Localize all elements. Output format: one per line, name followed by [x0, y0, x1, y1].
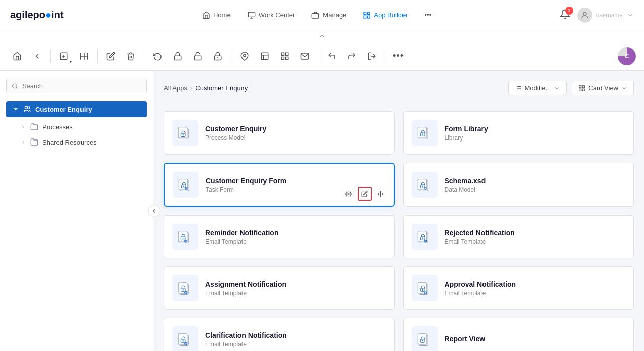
card-customer-enquiry-form[interactable]: Customer Enquiry Form Task Form — [164, 163, 395, 207]
card-assignment-notification[interactable]: Assignment Notification Email Template — [164, 266, 395, 310]
toolbar-edit-button[interactable] — [102, 47, 120, 65]
card-icon — [412, 224, 438, 250]
toolbar-back-button[interactable] — [28, 47, 46, 65]
nav-appbuilder[interactable]: App Builder — [356, 7, 415, 23]
toolbar-signout-button[interactable] — [363, 47, 381, 65]
svg-point-8 — [583, 12, 586, 15]
card-info: Clarification Notification Email Templat… — [205, 331, 386, 348]
toolbar-lock1-button[interactable] — [169, 47, 187, 65]
toolbar-reply-button[interactable] — [323, 47, 341, 65]
svg-rect-20 — [261, 53, 268, 60]
card-subtitle: Email Template — [205, 290, 386, 297]
nav-items: Home Work Center Manage App Builder ••• — [89, 7, 545, 23]
main-layout: Customer Enquiry Processes Shared Resour… — [0, 71, 644, 351]
card-move-button[interactable] — [374, 187, 388, 201]
card-rejected-notification[interactable]: Rejected Notification Email Template — [403, 215, 634, 258]
nav-workcenter[interactable]: Work Center — [240, 7, 302, 23]
toolbar-lock-export-button[interactable] — [209, 47, 227, 65]
card-info: Approval Notification Email Template — [445, 280, 626, 297]
card-clarification-notification[interactable]: Clarification Notification Email Templat… — [164, 318, 395, 351]
svg-rect-5 — [368, 12, 370, 15]
card-reminder-notification[interactable]: Reminder Notification Email Template — [164, 215, 395, 258]
svg-point-49 — [422, 134, 423, 135]
card-info: Schema.xsd Data Model — [445, 177, 626, 193]
search-input[interactable] — [22, 82, 141, 90]
toolbar-delete-button[interactable] — [122, 47, 140, 65]
sidebar-item-customer-enquiry[interactable]: Customer Enquiry — [6, 101, 147, 117]
toolbar-columns-button[interactable] — [75, 47, 93, 65]
card-report-view[interactable]: Report View — [403, 318, 634, 351]
card-subtitle: Email Template — [445, 238, 626, 245]
sidebar-item-shared[interactable]: Shared Resources — [14, 134, 147, 150]
user-menu[interactable]: username — [577, 8, 634, 23]
folder-icon — [30, 138, 38, 146]
card-form-library[interactable]: Form Library Library — [403, 111, 634, 155]
card-icon — [172, 224, 198, 250]
ellipsis-icon: ••• — [425, 11, 432, 19]
sidebar: Customer Enquiry Processes Shared Resour… — [0, 71, 153, 351]
card-edit-button[interactable] — [358, 187, 372, 201]
toolbar-overflow-button[interactable]: ••• — [389, 47, 408, 65]
nav-home[interactable]: Home — [195, 7, 238, 23]
chevron-down-icon — [621, 85, 627, 91]
nav-right: 0 username — [560, 8, 634, 23]
card-subtitle: Data Model — [445, 186, 626, 193]
svg-rect-97 — [418, 334, 427, 344]
nav-more[interactable]: ••• — [418, 7, 439, 23]
top-navigation: agilepo●int Home Work Center Manage App … — [0, 0, 644, 30]
chevron-down-icon — [12, 106, 19, 113]
ellipsis-icon: ••• — [393, 51, 404, 61]
breadcrumb-parent[interactable]: All Apps — [164, 84, 187, 92]
search-icon — [12, 83, 18, 90]
toolbar-unlock-button[interactable] — [189, 47, 207, 65]
card-icon — [412, 275, 438, 301]
toolbar-new-button[interactable]: ▾ — [55, 47, 73, 65]
card-schema[interactable]: Schema.xsd Data Model — [403, 163, 634, 207]
toolbar-layout2-button[interactable] — [276, 47, 294, 65]
toolbar-location-button[interactable] — [235, 47, 254, 65]
card-title: Approval Notification — [445, 280, 626, 288]
card-actions — [342, 187, 388, 201]
toolbar-share-button[interactable] — [343, 47, 361, 65]
toolbar-home-button[interactable] — [8, 47, 26, 65]
card-settings-button[interactable] — [342, 187, 356, 201]
grid-icon — [363, 11, 371, 19]
nav-manage[interactable]: Manage — [304, 7, 353, 23]
toolbar: ▾ ••• — [0, 42, 644, 71]
card-info: Assignment Notification Email Template — [205, 280, 386, 297]
sort-icon — [515, 85, 522, 92]
toolbar-history-button[interactable] — [148, 47, 167, 65]
notification-button[interactable]: 0 — [560, 9, 570, 21]
chevron-up-icon — [318, 33, 326, 40]
search-box[interactable] — [6, 79, 147, 93]
toolbar-divider-4 — [231, 49, 231, 63]
svg-point-81 — [183, 289, 184, 290]
card-subtitle: Email Template — [205, 238, 386, 245]
card-approval-notification[interactable]: Approval Notification Email Template — [403, 266, 634, 310]
svg-point-69 — [183, 238, 184, 239]
svg-point-63 — [422, 186, 423, 187]
toolbar-layout1-button[interactable] — [256, 47, 274, 65]
toolbar-divider-1 — [50, 49, 51, 63]
svg-point-54 — [183, 186, 184, 187]
card-customer-enquiry[interactable]: Customer Enquiry Process Model — [164, 111, 395, 155]
card-subtitle: Library — [445, 134, 626, 142]
collapse-bar[interactable] — [0, 30, 644, 42]
card-icon — [412, 326, 438, 351]
sidebar-item-processes[interactable]: Processes — [14, 119, 147, 134]
card-subtitle: Email Template — [205, 341, 386, 348]
card-icon — [172, 275, 198, 301]
logo[interactable]: agilepo●int — [10, 9, 64, 21]
people-icon — [23, 105, 31, 113]
card-title: Customer Enquiry — [205, 125, 386, 133]
content-area: All Apps › Customer Enquiry Modifie... C… — [153, 71, 644, 351]
toolbar-email-button[interactable] — [296, 47, 314, 65]
avatar — [577, 8, 592, 23]
svg-point-87 — [422, 289, 423, 290]
sidebar-collapse-button[interactable] — [148, 205, 160, 217]
view-dropdown[interactable]: Card View — [572, 81, 634, 95]
svg-point-30 — [25, 106, 27, 109]
svg-rect-6 — [364, 16, 366, 18]
sort-dropdown[interactable]: Modifie... — [508, 81, 567, 95]
home-icon — [202, 11, 210, 19]
